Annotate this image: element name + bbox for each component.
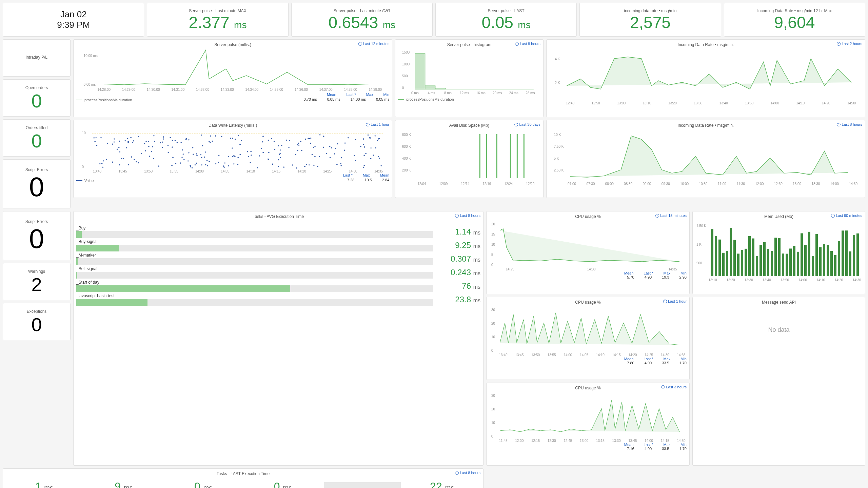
svg-point-137 [101, 163, 103, 164]
svg-point-192 [196, 155, 198, 156]
chart-server-pulse-hist[interactable]: Server pulse - histogram Last 8 hours 15… [395, 39, 544, 117]
stat-incoming-rate[interactable]: incoming data rate • msg/min 2,575 [579, 3, 721, 37]
time-range-link[interactable]: Last 1 hour [663, 299, 687, 303]
svg-point-227 [295, 154, 296, 155]
svg-point-130 [379, 138, 380, 139]
svg-point-247 [288, 147, 290, 148]
chart-mem[interactable]: Mem Used (Mb) Last 90 minutes 1.50 K 1 K… [692, 211, 865, 294]
chart-disk[interactable]: Avail Disk Space (Mb) Last 30 days 800 K… [395, 120, 544, 198]
svg-rect-391 [801, 233, 803, 276]
svg-point-88 [99, 163, 101, 165]
time-range-link[interactable]: Last 3 hours [661, 385, 687, 389]
svg-point-267 [286, 140, 287, 141]
svg-point-181 [268, 159, 269, 160]
time-range-link[interactable]: Last 12 minutes [358, 42, 390, 46]
stat-server-pulse-max[interactable]: Server pulse - Last minute MAX 2.377 ms [147, 3, 288, 37]
svg-point-110 [128, 164, 129, 165]
svg-text:12/04: 12/04 [417, 182, 426, 186]
svg-text:12/09: 12/09 [439, 182, 448, 186]
chart-data-write[interactable]: Data Write Latency (millis.) Last 1 hour… [73, 120, 392, 198]
svg-text:13:30: 13:30 [694, 101, 702, 105]
svg-text:600 K: 600 K [402, 145, 411, 148]
svg-text:07:30: 07:30 [586, 182, 595, 186]
chart-incoming-2h[interactable]: Incoming Data Rate • msg/min. Last 2 hou… [546, 39, 865, 117]
svg-point-159 [96, 145, 98, 146]
svg-text:11:00: 11:00 [718, 182, 726, 186]
chart-cpu-15m[interactable]: CPU usage % Last 15 minutes 05101520 14:… [486, 211, 690, 294]
chart-cpu-1h[interactable]: CPU usage % Last 1 hour 0102030 13:4013:… [486, 297, 690, 380]
svg-rect-390 [797, 252, 799, 276]
svg-point-238 [360, 146, 361, 147]
svg-rect-377 [748, 236, 751, 276]
svg-point-154 [233, 155, 235, 157]
svg-point-187 [232, 156, 234, 157]
svg-text:500: 500 [402, 74, 408, 78]
svg-text:08:00: 08:00 [605, 182, 614, 186]
svg-point-248 [192, 167, 193, 169]
chart-msg-api[interactable]: Message.send API No data [692, 297, 865, 466]
task-last-value: 22 ms [403, 480, 480, 488]
stat-warnings[interactable]: Warnings 2 [3, 263, 71, 300]
time-range-link[interactable]: Last 8 hours [455, 471, 480, 475]
time-range-link[interactable]: Last 90 minutes [831, 214, 862, 218]
chart-tasks-last[interactable]: Tasks - LAST Execution Time Last 8 hours… [3, 468, 484, 488]
svg-point-111 [334, 153, 335, 155]
svg-text:14:37:00: 14:37:00 [319, 88, 333, 92]
stat-script-errors-1[interactable]: Script Errors 0 [3, 159, 71, 208]
svg-point-266 [375, 147, 376, 149]
svg-text:12/14: 12/14 [461, 182, 469, 186]
svg-text:14:30: 14:30 [849, 182, 857, 186]
task-value: 9.25 ms [433, 241, 480, 250]
stat-script-errors-2[interactable]: Script Errors 0 [3, 211, 71, 260]
stat-intraday-pl[interactable]: intraday P/L [3, 39, 71, 77]
time-range-link[interactable]: Last 15 minutes [655, 214, 687, 218]
stat-orders-filled[interactable]: Orders filled 0 [3, 119, 71, 157]
svg-text:13:40: 13:40 [719, 101, 728, 105]
svg-point-203 [330, 157, 331, 158]
svg-rect-284 [486, 134, 487, 178]
svg-point-251 [326, 153, 328, 154]
svg-point-121 [344, 142, 346, 144]
stat-server-pulse-avg[interactable]: Server pulse - Last minute AVG 0.6543 ms [291, 3, 433, 37]
svg-point-103 [323, 136, 324, 137]
svg-point-164 [160, 142, 161, 144]
svg-point-143 [313, 165, 315, 166]
chart-incoming-8h[interactable]: Incoming Data Rate • msg/min. Last 8 hou… [546, 120, 865, 198]
chart-server-pulse[interactable]: Server pulse (millis.) Last 12 minutes 1… [73, 39, 392, 117]
task-value: 76 ms [433, 281, 480, 291]
svg-point-152 [247, 151, 248, 152]
svg-rect-374 [737, 253, 739, 276]
stat-exceptions[interactable]: Exceptions 0 [3, 303, 71, 340]
svg-point-183 [262, 152, 264, 153]
time-range-link[interactable]: Last 8 hours [455, 214, 480, 218]
svg-point-175 [126, 147, 127, 148]
time-range-link[interactable]: Last 30 days [514, 122, 540, 126]
clock-icon [514, 123, 518, 126]
svg-text:10:30: 10:30 [699, 182, 707, 186]
svg-point-278 [298, 145, 300, 146]
time-range-link[interactable]: Last 8 hours [515, 42, 540, 46]
svg-text:14:30: 14:30 [847, 101, 856, 105]
svg-point-84 [190, 166, 191, 167]
chart-cpu-3h[interactable]: CPU usage % Last 3 hours 0102030 11:4512… [486, 383, 690, 466]
svg-point-68 [228, 156, 229, 157]
svg-point-71 [134, 159, 135, 160]
time-range-link[interactable]: Last 8 hours [837, 122, 862, 126]
svg-point-212 [377, 140, 378, 142]
stat-server-pulse-last[interactable]: Server pulse - LAST 0.05 ms [435, 3, 577, 37]
svg-point-229 [262, 141, 263, 143]
svg-text:12:30: 12:30 [548, 439, 556, 443]
clock-icon [366, 123, 370, 126]
svg-point-80 [340, 163, 341, 164]
svg-text:13:40: 13:40 [93, 169, 101, 173]
time-range-link[interactable]: Last 2 hours [837, 42, 862, 46]
time-range-link[interactable]: Last 1 hour [366, 122, 389, 126]
svg-point-235 [369, 137, 370, 139]
stat-open-orders[interactable]: Open orders 0 [3, 79, 71, 117]
chart-tasks-avg[interactable]: Tasks - AVG Execution Time Last 8 hours … [73, 211, 484, 466]
stat-incoming-rate-12h[interactable]: Incoming Data Rate • msg/min 12-hr Max 9… [724, 3, 865, 37]
svg-point-243 [172, 146, 173, 148]
svg-text:0: 0 [82, 165, 84, 169]
svg-text:13:30: 13:30 [612, 439, 621, 443]
svg-rect-396 [819, 247, 822, 276]
